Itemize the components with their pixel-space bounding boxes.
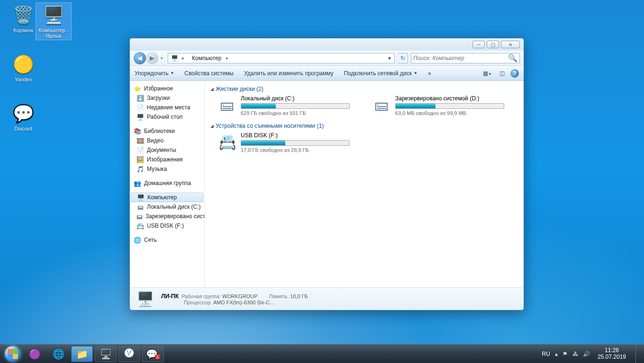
desktop-icon[interactable]: 💬Discord: [6, 101, 41, 133]
desktop-icon-label: Корзина: [7, 27, 40, 33]
star-icon: ⭐: [134, 85, 141, 92]
network-header[interactable]: 🌐Сеть: [130, 235, 204, 245]
refresh-button[interactable]: ↻: [398, 53, 408, 63]
nav-item-label: Рабочий стол: [147, 114, 182, 120]
nav-item[interactable]: 🖥️Рабочий стол: [130, 112, 204, 122]
nav-item[interactable]: 🎞️Видео: [130, 136, 204, 145]
addr-dropdown-icon[interactable]: ▾: [385, 55, 394, 62]
drive-usage-bar: [241, 140, 350, 146]
start-button[interactable]: [3, 345, 23, 363]
map-drive-button[interactable]: Подключить сетевой диск▼: [344, 70, 417, 77]
nav-item[interactable]: 🖴Локальный диск (C:): [130, 202, 204, 212]
nav-item[interactable]: 🖼️Изображения: [130, 155, 204, 164]
discord-task[interactable]: 💬1: [142, 346, 164, 362]
tray-expand-icon[interactable]: ▴: [555, 351, 558, 357]
computer-large-icon: 🖥️: [136, 291, 156, 308]
drive-free-text: 63,0 МБ свободно из 99,9 МБ: [395, 110, 504, 116]
organize-menu[interactable]: Упорядочить▼: [135, 70, 174, 77]
minimize-button[interactable]: ─: [472, 41, 485, 48]
drive-usage-bar: [395, 103, 504, 109]
breadcrumb-root[interactable]: Компьютер: [189, 53, 224, 63]
nav-item[interactable]: 📄Недавние места: [130, 103, 204, 112]
yandex-pin[interactable]: 🟣: [24, 346, 45, 362]
nav-item-icon: 📇: [136, 222, 144, 230]
task-icon: 🖥️: [100, 348, 112, 360]
nav-item-label: Изображения: [147, 156, 182, 163]
back-button[interactable]: ◀: [134, 52, 146, 64]
drive-icon: 🖴: [372, 95, 391, 115]
titlebar[interactable]: ─ ▢ ✕: [130, 38, 524, 51]
desktop-icon-glyph: 🖥️: [42, 4, 65, 27]
nav-item-icon: 🖥️: [136, 114, 144, 121]
maximize-button[interactable]: ▢: [487, 41, 499, 48]
drive-icon: 🖴: [217, 95, 237, 115]
ie-pin[interactable]: 🌐: [47, 346, 69, 362]
favorites-header[interactable]: ⭐Избранное: [130, 84, 204, 93]
hdd-section-header[interactable]: ◢Жесткие диски (2): [210, 86, 518, 92]
show-desktop-button[interactable]: [635, 345, 640, 363]
explorer-window: ─ ▢ ✕ ◀ ▶ ▾ 🖥️▸ Компьютер ▸ ▾ ↻ 🔍 Упоряд…: [129, 38, 524, 310]
nav-row: ◀ ▶ ▾ 🖥️▸ Компьютер ▸ ▾ ↻ 🔍: [130, 51, 524, 66]
drive-item[interactable]: 🖴Зарезервировано системой (D:)63,0 МБ св…: [372, 95, 504, 116]
address-bar[interactable]: 🖥️▸ Компьютер ▸ ▾: [168, 53, 395, 63]
search-box[interactable]: 🔍: [411, 53, 520, 63]
drive-name: USB DISK (F:): [241, 132, 350, 139]
libraries-header[interactable]: 📚Библиотеки: [130, 126, 204, 136]
clock[interactable]: 11:2625.07.2019: [595, 347, 629, 361]
network-tray-icon[interactable]: 🖧: [572, 351, 578, 357]
taskmgr-task[interactable]: 🖥️: [95, 346, 117, 362]
desktop-icon[interactable]: 🟡Yandex: [6, 52, 41, 83]
nav-item[interactable]: 📄Документы: [130, 145, 204, 155]
content-pane: ◢Жесткие диски (2) 🖴Локальный диск (C:)6…: [205, 81, 524, 287]
system-properties-button[interactable]: Свойства системы: [184, 70, 234, 77]
nav-item[interactable]: 🎵Музыка: [130, 164, 204, 174]
removable-section-header[interactable]: ◢Устройства со съемными носителями (1): [210, 123, 518, 129]
history-dropdown[interactable]: ▾: [158, 52, 165, 64]
computer-icon: 🖥️: [171, 55, 178, 62]
yandex-task[interactable]: 🅨: [118, 346, 140, 362]
libraries-icon: 📚: [134, 128, 141, 135]
homegroup-icon: 👥: [134, 180, 141, 187]
desktop-icon-label: Discord: [7, 126, 40, 132]
language-indicator[interactable]: RU: [542, 351, 550, 357]
homegroup-header[interactable]: 👥Домашняя группа: [130, 178, 204, 188]
nav-item[interactable]: ⬇️Загрузки: [130, 93, 204, 103]
drive-item[interactable]: 🖴Локальный диск (C:)629 ГБ свободно из 9…: [217, 95, 350, 116]
search-input[interactable]: [413, 55, 508, 62]
volume-icon[interactable]: 🔊: [583, 351, 590, 357]
desktop-icon[interactable]: 🗑️Корзина: [6, 3, 41, 34]
drive-item[interactable]: 📇USB DISK (F:)17,0 ГБ свободно из 28,9 Г…: [217, 132, 350, 153]
desktop-icon-glyph: 🗑️: [12, 4, 35, 27]
desktop-icon-label: Компьютер - Ярлык: [37, 27, 70, 39]
task-badge: 1: [155, 354, 160, 359]
explorer-task[interactable]: 📁: [71, 346, 93, 362]
nav-item[interactable]: 🖴Зарезервировано системой (D:): [130, 212, 204, 221]
task-icon: 🅨: [125, 348, 134, 359]
nav-item-label: Видео: [147, 137, 163, 144]
uninstall-button[interactable]: Удалить или изменить программу: [244, 70, 334, 77]
nav-item-label: Зарезервировано системой (D:): [145, 213, 204, 220]
drive-usage-bar: [241, 103, 350, 109]
close-button[interactable]: ✕: [501, 41, 520, 48]
toolbar-overflow[interactable]: »: [428, 70, 431, 77]
drive-free-text: 17,0 ГБ свободно из 28,9 ГБ: [241, 147, 350, 153]
desktop-icon[interactable]: 🖥️Компьютер - Ярлык: [36, 3, 71, 40]
view-mode-button[interactable]: ▦▼: [481, 69, 494, 78]
task-icon: 🟣: [29, 348, 41, 360]
search-icon[interactable]: 🔍: [508, 53, 517, 62]
help-button[interactable]: ?: [510, 69, 519, 78]
nav-item-label: Недавние места: [147, 104, 190, 111]
drive-name: Зарезервировано системой (D:): [395, 95, 504, 102]
nav-item-icon: 🖼️: [136, 156, 144, 163]
nav-item-icon: ⬇️: [136, 95, 144, 102]
nav-item[interactable]: 📇USB DISK (F:): [130, 221, 204, 230]
preview-pane-button[interactable]: ◫: [498, 69, 507, 78]
forward-button[interactable]: ▶: [146, 52, 158, 64]
nav-pane: ⭐Избранное ⬇️Загрузки📄Недавние места🖥️Ра…: [130, 81, 205, 287]
drive-free-text: 629 ГБ свободно из 931 ГБ: [241, 110, 350, 116]
desktop-icon-glyph: 🟡: [12, 53, 35, 76]
nav-item-icon: 📄: [136, 147, 144, 154]
flag-icon[interactable]: ⚑: [562, 351, 568, 357]
tray: RU ▴ ⚑ 🖧 🔊 11:2625.07.2019: [542, 345, 641, 363]
computer-header[interactable]: 🖥️Компьютер: [131, 193, 203, 202]
